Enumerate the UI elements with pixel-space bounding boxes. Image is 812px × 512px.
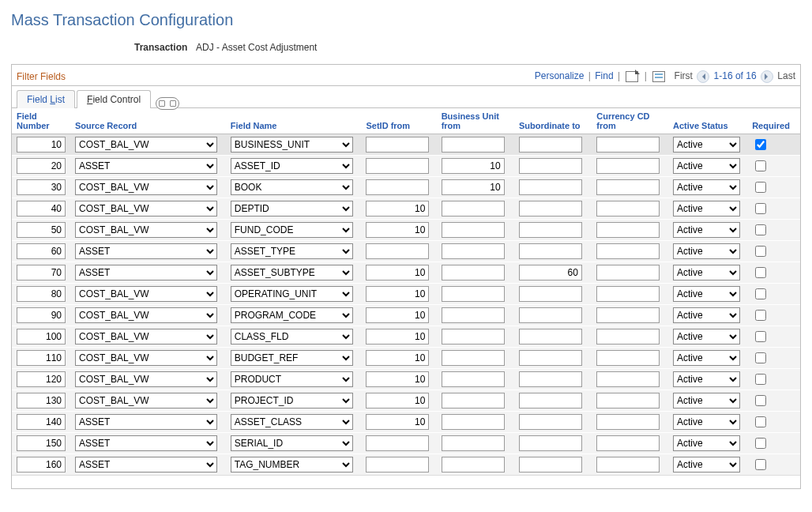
setid-from-input[interactable] xyxy=(366,435,429,451)
active-status-select[interactable]: Active xyxy=(673,307,740,323)
field-number-input[interactable] xyxy=(17,393,66,408)
active-status-select[interactable]: Active xyxy=(673,265,740,280)
active-status-select[interactable]: Active xyxy=(673,350,740,366)
required-checkbox[interactable] xyxy=(755,395,766,406)
field-number-input[interactable] xyxy=(17,243,66,259)
subordinate-to-input[interactable] xyxy=(519,179,582,195)
active-status-select[interactable]: Active xyxy=(673,158,740,174)
field-number-input[interactable] xyxy=(17,201,66,216)
bu-from-input[interactable] xyxy=(442,179,505,195)
field-name-select[interactable]: TAG_NUMBER xyxy=(231,457,353,472)
field-name-select[interactable]: CLASS_FLD xyxy=(231,329,353,344)
bu-from-input[interactable] xyxy=(442,265,505,280)
required-checkbox[interactable] xyxy=(755,139,766,150)
bu-from-input[interactable] xyxy=(442,201,505,216)
find-link[interactable]: Find xyxy=(595,70,613,81)
active-status-select[interactable]: Active xyxy=(673,435,740,451)
bu-from-input[interactable] xyxy=(442,414,505,430)
source-record-select[interactable]: ASSET xyxy=(75,457,217,472)
setid-from-input[interactable] xyxy=(366,137,429,152)
active-status-select[interactable]: Active xyxy=(673,286,740,302)
ccd-from-input[interactable] xyxy=(596,393,660,408)
active-status-select[interactable]: Active xyxy=(673,414,740,430)
zoom-icon[interactable] xyxy=(626,71,638,82)
field-number-input[interactable] xyxy=(17,137,66,152)
setid-from-input[interactable] xyxy=(366,414,429,430)
setid-from-input[interactable] xyxy=(366,329,429,344)
active-status-select[interactable]: Active xyxy=(673,137,740,152)
subordinate-to-input[interactable] xyxy=(519,457,582,472)
ccd-from-input[interactable] xyxy=(596,137,660,152)
bu-from-input[interactable] xyxy=(442,435,505,451)
page-range-link[interactable]: 1-16 of 16 xyxy=(714,70,757,81)
source-record-select[interactable]: COST_BAL_VW xyxy=(75,329,217,344)
required-checkbox[interactable] xyxy=(755,224,766,235)
source-record-select[interactable]: COST_BAL_VW xyxy=(75,393,217,408)
ccd-from-input[interactable] xyxy=(596,350,660,366)
bu-from-input[interactable] xyxy=(442,222,505,238)
subordinate-to-input[interactable] xyxy=(519,307,582,323)
tab-field-control[interactable]: Field Control xyxy=(77,90,151,108)
download-icon[interactable] xyxy=(652,71,665,82)
field-number-input[interactable] xyxy=(17,265,66,280)
active-status-select[interactable]: Active xyxy=(673,371,740,387)
source-record-select[interactable]: COST_BAL_VW xyxy=(75,307,217,323)
required-checkbox[interactable] xyxy=(755,310,766,321)
field-name-select[interactable]: ASSET_ID xyxy=(231,158,353,174)
subordinate-to-input[interactable] xyxy=(519,243,582,259)
source-record-select[interactable]: COST_BAL_VW xyxy=(75,371,217,387)
subordinate-to-input[interactable] xyxy=(519,350,582,366)
field-number-input[interactable] xyxy=(17,329,66,344)
col-active-status[interactable]: Active Status xyxy=(668,108,747,134)
ccd-from-input[interactable] xyxy=(596,179,660,195)
setid-from-input[interactable] xyxy=(366,371,429,387)
required-checkbox[interactable] xyxy=(755,182,766,193)
col-required[interactable]: Required xyxy=(747,108,800,134)
source-record-select[interactable]: COST_BAL_VW xyxy=(75,286,217,302)
ccd-from-input[interactable] xyxy=(596,371,660,387)
active-status-select[interactable]: Active xyxy=(673,243,740,259)
col-field-number[interactable]: Field Number xyxy=(12,108,70,134)
field-name-select[interactable]: PROGRAM_CODE xyxy=(231,307,353,323)
setid-from-input[interactable] xyxy=(366,222,429,238)
prev-page-icon[interactable] xyxy=(697,70,709,83)
field-name-select[interactable]: BOOK xyxy=(231,179,353,195)
subordinate-to-input[interactable] xyxy=(519,393,582,408)
subordinate-to-input[interactable] xyxy=(519,286,582,302)
bu-from-input[interactable] xyxy=(442,457,505,472)
field-number-input[interactable] xyxy=(17,286,66,302)
field-number-input[interactable] xyxy=(17,414,66,430)
bu-from-input[interactable] xyxy=(442,137,505,152)
field-name-select[interactable]: BUDGET_REF xyxy=(231,350,353,366)
field-number-input[interactable] xyxy=(17,457,66,472)
field-name-select[interactable]: DEPTID xyxy=(231,201,353,216)
source-record-select[interactable]: COST_BAL_VW xyxy=(75,222,217,238)
subordinate-to-input[interactable] xyxy=(519,222,582,238)
required-checkbox[interactable] xyxy=(755,374,766,385)
field-name-select[interactable]: SERIAL_ID xyxy=(231,435,353,451)
field-name-select[interactable]: PRODUCT xyxy=(231,371,353,387)
field-number-input[interactable] xyxy=(17,350,66,366)
bu-from-input[interactable] xyxy=(442,307,505,323)
subordinate-to-input[interactable] xyxy=(519,201,582,216)
ccd-from-input[interactable] xyxy=(596,414,660,430)
personalize-link[interactable]: Personalize xyxy=(535,70,585,81)
field-number-input[interactable] xyxy=(17,371,66,387)
required-checkbox[interactable] xyxy=(755,267,766,278)
col-bu-from[interactable]: Business Unit from xyxy=(437,108,514,134)
setid-from-input[interactable] xyxy=(366,350,429,366)
col-field-name[interactable]: Field Name xyxy=(226,108,362,134)
source-record-select[interactable]: COST_BAL_VW xyxy=(75,137,217,152)
subordinate-to-input[interactable] xyxy=(519,414,582,430)
required-checkbox[interactable] xyxy=(755,203,766,214)
source-record-select[interactable]: ASSET xyxy=(75,265,217,280)
source-record-select[interactable]: ASSET xyxy=(75,435,217,451)
required-checkbox[interactable] xyxy=(755,459,766,470)
required-checkbox[interactable] xyxy=(755,160,766,171)
bu-from-input[interactable] xyxy=(442,243,505,259)
setid-from-input[interactable] xyxy=(366,457,429,472)
active-status-select[interactable]: Active xyxy=(673,222,740,238)
required-checkbox[interactable] xyxy=(755,352,766,363)
col-ccd-from[interactable]: Currency CD from xyxy=(592,108,668,134)
field-name-select[interactable]: PROJECT_ID xyxy=(231,393,353,408)
